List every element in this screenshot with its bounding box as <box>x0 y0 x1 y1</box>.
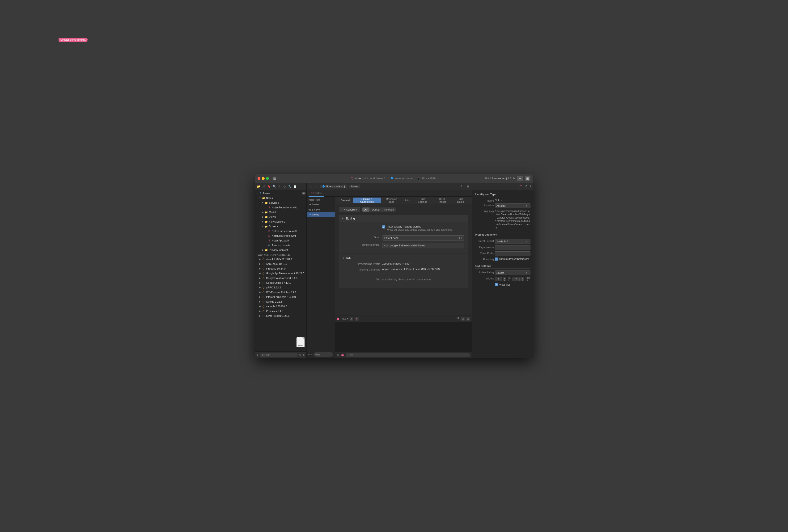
debug-split-icon[interactable]: ⊡ <box>460 317 465 321</box>
breadcrumb-xcodeproj[interactable]: 🔷 Notes.xcodeproj <box>320 184 347 188</box>
tab-notes[interactable]: ⬡ Notes <box>309 190 324 197</box>
nav-add-btn[interactable]: + <box>308 353 310 356</box>
nav-filter-bar[interactable]: Filter <box>313 352 333 357</box>
tab-build-settings[interactable]: Build Settings <box>413 198 432 203</box>
debug-trash-icon[interactable]: 🗑 <box>457 317 460 321</box>
indent-up-arrow[interactable]: ▲ <box>520 277 524 279</box>
auto-signing-checkbox[interactable]: ✓ <box>382 225 385 229</box>
classprefix-field[interactable] <box>495 251 530 256</box>
breadcrumb-file[interactable]: Notes.xcodeproj <box>394 177 413 180</box>
tree-model-folder[interactable]: ▶ 📁 Model <box>255 210 307 215</box>
pkg-googledata[interactable]: ▶ ⬡ GoogleDataTransport 9.4.0 <box>255 276 307 280</box>
pkg-nanopb[interactable]: ▶ ⬡ nanopb 2.30910.0 <box>255 304 307 309</box>
back-button[interactable]: ‹ <box>309 184 313 189</box>
env-tab-release[interactable]: Release <box>382 208 396 212</box>
tree-notesrepo[interactable]: S NotesRepository.swift <box>255 205 307 210</box>
indent-using-select[interactable]: Spaces ⬆⬇ <box>495 271 530 275</box>
tree-services-folder[interactable]: ▼ 📁 Services <box>255 200 307 205</box>
wrap-lines-label-text: Wrap lines <box>499 283 510 286</box>
tab-build-rules[interactable]: Build Rules <box>452 198 469 203</box>
forward-button[interactable]: › <box>314 184 318 189</box>
debug-person-icon[interactable]: ● <box>355 317 359 321</box>
add-button[interactable]: + <box>517 176 523 181</box>
sidebar-grid-icon[interactable]: ⊞ <box>302 353 304 356</box>
pkg-swiftprotobuf[interactable]: ▶ ⬡ SwiftProtobuf 1.26.0 <box>255 313 307 318</box>
tab-general[interactable]: General <box>338 198 353 203</box>
layout-icon[interactable]: ⊞ <box>465 184 470 189</box>
pkg-leveldb-chevron: ▶ <box>258 300 261 303</box>
tree-noteedit[interactable]: S NoteEditScreen.swift <box>255 233 307 238</box>
tree-screens-folder[interactable]: ▼ 📁 Screens <box>255 224 307 229</box>
debug-icon[interactable]: 🔧 <box>288 184 292 188</box>
breadcrumb-notes[interactable]: Notes <box>349 184 360 188</box>
history-inspector-icon[interactable]: ↺ <box>525 184 527 188</box>
search-icon[interactable]: 🔍 <box>272 184 276 188</box>
tree-assets[interactable]: ⊞ Assets.xcassets <box>255 243 307 248</box>
tree-notesapp[interactable]: S NotesApp.swift <box>255 238 307 243</box>
tab-down-arrow[interactable]: ▼ <box>503 279 506 281</box>
nav-remove-btn[interactable]: − <box>311 353 312 356</box>
source-control-icon[interactable]: ⎇ <box>262 184 265 188</box>
signing-section-header[interactable]: ▼ Signing <box>339 215 468 222</box>
close-button[interactable] <box>258 177 260 180</box>
debug-eye-icon[interactable]: 👁 <box>337 354 339 357</box>
debug-filter[interactable]: Filter <box>346 353 470 357</box>
pkg-googleutils[interactable]: ▶ ⬡ GoogleUtilities 7.13.1 <box>255 280 307 285</box>
nav-project-notes[interactable]: Notes <box>307 202 335 207</box>
folder-icon[interactable]: 📁 <box>257 184 260 188</box>
org-field[interactable] <box>495 245 530 250</box>
tab-width-input[interactable]: 2 <box>495 277 502 281</box>
debug-panel-icon[interactable]: ⊟ <box>466 317 470 321</box>
team-select[interactable]: Peter Friese ⬆⬇ <box>382 235 464 240</box>
inspector-toggle-btn[interactable]: ⊞ <box>525 176 530 181</box>
pkg-googleapp[interactable]: ▶ ⬡ GoogleAppMeasurement 10.24.0 <box>255 271 307 276</box>
bundle-field[interactable]: com.google.firebase.codelab.Notes <box>382 243 464 248</box>
help-inspector-icon[interactable]: ? <box>530 184 531 188</box>
location-select[interactable]: Absolute ⬆⬇ <box>495 203 530 208</box>
share-icon[interactable]: ⤴ <box>459 184 464 189</box>
pkg-promises[interactable]: ▶ ⬡ Promises 2.4.0 <box>255 309 307 313</box>
sidebar-warning-icon[interactable]: ⚙ <box>299 353 301 356</box>
tab-build-phases[interactable]: Build Phases <box>433 198 452 203</box>
pkg-leveldb[interactable]: ▶ ⬡ leveldb 1.22.5 <box>255 299 307 304</box>
nav-target-notes[interactable]: Notes <box>307 212 335 217</box>
report-icon[interactable]: 📋 <box>293 184 297 188</box>
env-tab-debug[interactable]: Debug <box>370 208 382 212</box>
warning-icon[interactable]: ⚠ <box>277 184 281 188</box>
pkg-firebase[interactable]: ▶ ⬡ Firebase 10.24.0 <box>255 266 307 271</box>
tree-views-folder[interactable]: ▶ 📁 Views <box>255 215 307 219</box>
tab-signing[interactable]: Signing & Capabilities <box>353 198 381 203</box>
tree-noteslist[interactable]: S NotesListScreen.swift <box>255 229 307 233</box>
sidebar-toggle-button[interactable]: ⊟ <box>271 176 278 181</box>
env-tab-all[interactable]: All <box>362 208 370 212</box>
tree-root-notes[interactable]: ▼ A Notes M <box>255 191 307 196</box>
encoding-checkbox[interactable] <box>495 257 498 260</box>
projformat-select[interactable]: Xcode 14.0 ⬆⬇ <box>495 239 530 244</box>
maximize-button[interactable] <box>266 177 269 180</box>
indent-width-input[interactable]: 2 <box>513 277 519 281</box>
test-icon[interactable]: ◇ <box>282 184 287 188</box>
debug-btn1[interactable]: ⚠ <box>350 317 353 321</box>
minimize-button[interactable] <box>262 177 264 180</box>
tab-info[interactable]: Info <box>402 198 412 203</box>
bookmark-icon[interactable]: 🔖 <box>267 184 271 188</box>
pkg-grpc[interactable]: ▶ ⬡ gRPC 1.62.2 <box>255 285 307 290</box>
file-inspector-icon[interactable]: ◻ <box>519 184 523 189</box>
add-file-btn[interactable]: + <box>257 353 258 357</box>
pkg-interop[interactable]: ▶ ⬡ InteropForGoogle 100.0.0 <box>255 295 307 299</box>
indent-down-arrow[interactable]: ▼ <box>520 279 524 281</box>
pkg-gtm[interactable]: ▶ ⬡ GTMSessionFetcher 3.4.1 <box>255 290 307 295</box>
pkg-appcheck[interactable]: ▶ ⬡ AppCheck 10.19.0 <box>255 261 307 266</box>
tree-notes-folder[interactable]: ▼ 📁 Notes <box>255 196 307 200</box>
pkg-grpc-icon: ⬡ <box>262 286 265 289</box>
provisioning-info-icon[interactable]: ℹ <box>411 262 412 265</box>
tab-up-arrow[interactable]: ▲ <box>503 277 506 279</box>
add-capability-btn[interactable]: + + Capability <box>339 207 360 212</box>
project-doc-title: Project Document <box>475 233 530 237</box>
filter-bar[interactable]: ⊞ Filter <box>260 353 298 357</box>
tab-resource-tags[interactable]: Resource Tags <box>381 198 402 203</box>
wrap-lines-checkbox[interactable]: ✓ <box>495 283 498 286</box>
tree-viewmodifiers-folder[interactable]: ▶ 📁 ViewModifiers <box>255 219 307 224</box>
pkg-abseil[interactable]: ▶ ⬡ abseil 1.2024011601.1 <box>255 257 307 261</box>
tree-preview-folder[interactable]: ▶ 📁 Preview Content <box>255 248 307 252</box>
